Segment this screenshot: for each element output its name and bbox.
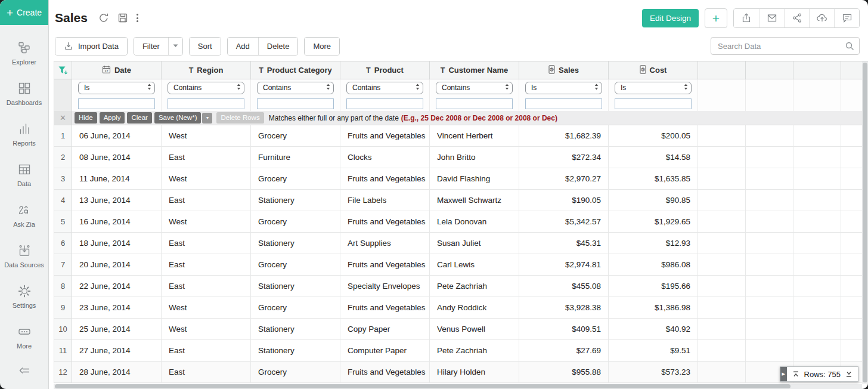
- cell-sales: $409.51: [519, 319, 609, 340]
- import-data-button[interactable]: Import Data: [55, 38, 127, 55]
- filter-operator-select-region[interactable]: Contains: [168, 82, 244, 94]
- edit-design-button[interactable]: Edit Design: [642, 9, 699, 27]
- comment-icon[interactable]: [834, 9, 859, 27]
- filter-operator-select-product[interactable]: Contains: [346, 82, 423, 94]
- filter-value-input-region[interactable]: [168, 98, 244, 109]
- sidebar-item-label: Ask Zia: [13, 221, 35, 228]
- filter-operator-value: Is: [531, 84, 537, 92]
- column-header-label: Sales: [559, 66, 579, 75]
- close-filter-icon[interactable]: ✕: [54, 111, 72, 125]
- filter-apply-button[interactable]: Apply: [100, 112, 125, 124]
- delete-rows-button[interactable]: Delete Rows: [216, 112, 264, 124]
- horizontal-scrollbar[interactable]: [54, 384, 862, 389]
- empty-column-header: [698, 61, 746, 79]
- more-button[interactable]: More: [305, 38, 339, 55]
- rows-indicator-expand-icon[interactable]: ▶: [780, 367, 787, 381]
- filter-operator-select-cost[interactable]: Is: [615, 82, 692, 94]
- create-button[interactable]: + Create: [0, 0, 48, 25]
- column-header-cost[interactable]: $Cost: [609, 61, 698, 79]
- column-header-customer-name[interactable]: TCustomer Name: [430, 61, 519, 79]
- cell-date: 22 June, 2014: [72, 276, 162, 297]
- column-header-region[interactable]: TRegion: [162, 61, 251, 79]
- add-delete-group: Add Delete: [227, 37, 299, 55]
- column-header-sales[interactable]: $Sales: [519, 61, 609, 79]
- empty-cell: [793, 125, 841, 147]
- vertical-scrollbar[interactable]: [862, 61, 868, 384]
- filter-value-input-product-category[interactable]: [257, 98, 334, 109]
- refresh-icon[interactable]: [98, 13, 109, 23]
- add-button[interactable]: Add: [228, 38, 258, 55]
- sidebar-item-more[interactable]: More: [0, 325, 48, 350]
- cell-cost: $12.93: [609, 233, 698, 254]
- sidebar-nav: ExplorerDashboardsReportsDataAsk ZiaData…: [0, 25, 48, 350]
- cloud-upload-icon[interactable]: [809, 9, 834, 27]
- empty-cell: [746, 319, 793, 340]
- column-header-label: Product Category: [267, 66, 332, 75]
- filter-operator-select-date[interactable]: Is: [78, 82, 155, 94]
- column-header-label: Date: [114, 66, 131, 75]
- filter-value-input-sales[interactable]: [525, 98, 602, 109]
- filter-operator-select-sales[interactable]: Is: [525, 82, 602, 94]
- cell-customer-name: Lela Donovan: [430, 211, 519, 233]
- sort-button[interactable]: Sort: [190, 38, 221, 55]
- filter-operator-value: Is: [84, 84, 89, 92]
- empty-column-header: [793, 61, 841, 79]
- empty-cell: [698, 254, 746, 276]
- column-header-product-category[interactable]: TProduct Category: [251, 61, 340, 79]
- sidebar-item-label: Data Sources: [4, 261, 44, 268]
- scroll-to-top-icon[interactable]: [792, 371, 799, 378]
- empty-filter-cell: [746, 96, 793, 111]
- empty-cell: [746, 147, 793, 168]
- filter-value-input-date[interactable]: [78, 98, 155, 109]
- filter-button[interactable]: Filter: [134, 38, 168, 55]
- filter-funnel-icon[interactable]: [54, 61, 72, 79]
- filter-save-caret-icon[interactable]: ▾: [202, 113, 212, 124]
- column-header-label: Customer Name: [448, 66, 508, 75]
- more-options-icon[interactable]: [137, 14, 138, 22]
- sidebar-item-reports[interactable]: Reports: [0, 122, 48, 147]
- sidebar-item-settings[interactable]: Settings: [0, 285, 48, 309]
- cell-date: 20 June, 2014: [72, 254, 162, 276]
- cell-date: 28 June, 2014: [72, 362, 162, 383]
- empty-cell: [698, 233, 746, 254]
- cell-product: Fruits and Vegetables: [340, 211, 430, 233]
- empty-cell: [841, 147, 862, 168]
- filter-value-input-product[interactable]: [346, 98, 423, 109]
- share-icon[interactable]: [784, 9, 809, 27]
- sidebar-item-data-sources[interactable]: Data Sources: [0, 244, 48, 268]
- filter-clear-button[interactable]: Clear: [127, 112, 151, 124]
- column-header-date[interactable]: 17Date: [72, 61, 162, 79]
- header-icon-group: [733, 8, 860, 28]
- sidebar-item-label: Explorer: [12, 58, 36, 66]
- save-icon[interactable]: [117, 13, 128, 23]
- column-header-product[interactable]: TProduct: [340, 61, 430, 79]
- sidebar-item-dashboards[interactable]: Dashboards: [0, 82, 48, 106]
- sidebar-item-explorer[interactable]: Explorer: [0, 41, 48, 66]
- select-arrows-icon: [147, 84, 151, 92]
- filter-caret-icon[interactable]: [168, 38, 182, 55]
- sidebar-item-ask-zia[interactable]: Ask Zia: [0, 203, 48, 228]
- filter-value-input-customer-name[interactable]: [436, 98, 513, 109]
- filter-operator-row: IsContainsContainsContainsContainsIsIs: [54, 79, 862, 96]
- filter-hide-button[interactable]: Hide: [75, 112, 97, 124]
- grid-scroll: 17DateTRegionTProduct CategoryTProductTC…: [54, 61, 862, 384]
- mail-icon[interactable]: [759, 9, 784, 27]
- cell-customer-name: Hilary Holden: [430, 362, 519, 383]
- cell-region: East: [162, 276, 251, 297]
- export-icon[interactable]: [734, 9, 759, 27]
- scroll-to-bottom-icon[interactable]: [845, 371, 852, 378]
- filter-save-button[interactable]: Save (New*): [154, 112, 202, 124]
- filter-operator-select-customer-name[interactable]: Contains: [436, 82, 513, 94]
- plus-icon: +: [7, 7, 13, 18]
- currency-type-icon: $: [548, 65, 555, 76]
- sidebar-item-data[interactable]: Data: [0, 163, 48, 187]
- filter-value-input-cost[interactable]: [615, 98, 692, 109]
- cell-product: Copy Paper: [340, 319, 430, 340]
- create-label: Create: [17, 8, 42, 17]
- delete-button[interactable]: Delete: [258, 38, 298, 55]
- filter-operator-select-product-category[interactable]: Contains: [257, 82, 334, 94]
- more-group: More: [304, 37, 340, 55]
- add-new-button[interactable]: +: [705, 8, 727, 28]
- search-input[interactable]: [711, 37, 860, 55]
- collapse-sidebar-icon[interactable]: [18, 364, 31, 379]
